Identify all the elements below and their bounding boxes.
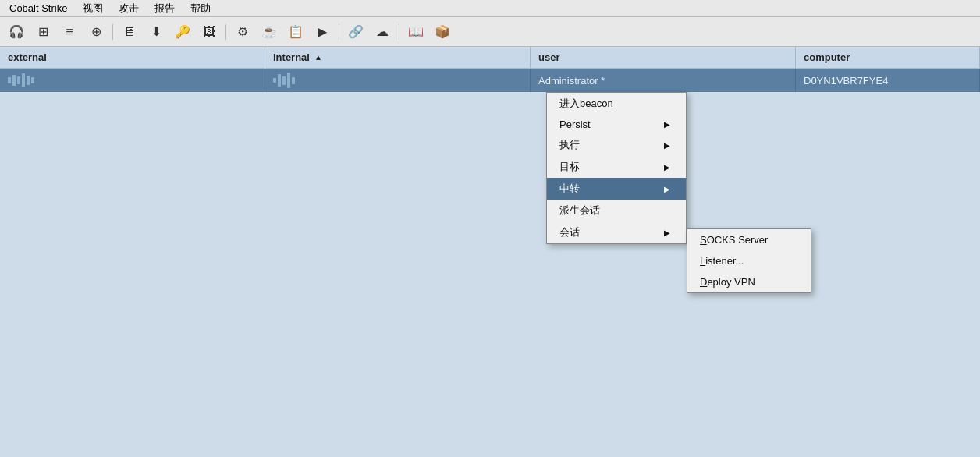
target-label: 目标 (559, 160, 580, 174)
menu-item-persist[interactable]: Persist ▶ (547, 115, 686, 134)
menu-item-listener[interactable]: Listener... (687, 250, 811, 271)
sort-arrow-icon: ▲ (314, 53, 322, 62)
image-icon[interactable]: 🖼 (197, 21, 221, 43)
context-menu: 进入beacon Persist ▶ 执行 ▶ 目标 ▶ 中转 ▶ 派生会话 会… (546, 92, 687, 244)
monitor-icon[interactable]: 🖥 (118, 21, 141, 43)
toolbar: 🎧 ⊞ ≡ ⊕ 🖥 ⬇ 🔑 🖼 ⚙ ☕ 📋 ▶ 🔗 ☁ 📖 📦 (0, 17, 980, 47)
wave-bar-6 (31, 77, 34, 83)
wave-bar-5 (27, 76, 30, 85)
link-icon[interactable]: 🔗 (344, 21, 368, 43)
menubar: Cobalt Strike 视图 攻击 报告 帮助 (0, 0, 980, 17)
session-arrow-icon: ▶ (664, 228, 670, 237)
cell-external (0, 69, 265, 92)
toolbar-separator-2 (225, 24, 226, 40)
wave-bar-2 (12, 75, 16, 86)
menu-item-enter-beacon[interactable]: 进入beacon (547, 93, 686, 115)
coffee-icon[interactable]: ☕ (257, 21, 281, 43)
target-arrow-icon: ▶ (664, 163, 670, 172)
wave-bar2-2 (278, 74, 281, 87)
headphones-icon[interactable]: 🎧 (5, 21, 28, 43)
persist-arrow-icon: ▶ (664, 120, 670, 129)
menu-view[interactable]: 视图 (80, 2, 106, 16)
col-header-computer[interactable]: computer (796, 47, 980, 68)
menu-item-session[interactable]: 会话 ▶ (547, 221, 686, 243)
list-icon[interactable]: ≡ (58, 21, 81, 43)
cell-internal (265, 69, 531, 92)
wave-bar2-4 (287, 73, 290, 88)
key-icon[interactable]: 🔑 (171, 21, 194, 43)
menu-item-execute[interactable]: 执行 ▶ (547, 134, 686, 156)
download-icon[interactable]: ⬇ (144, 21, 168, 43)
book-icon[interactable]: 📖 (404, 21, 428, 43)
col-computer-label: computer (804, 51, 850, 63)
gear-icon[interactable]: ⚙ (231, 21, 254, 43)
wave-bar-1 (8, 77, 11, 83)
spawn-session-label: 派生会话 (559, 204, 600, 218)
crosshair-icon[interactable]: ⊕ (84, 21, 108, 43)
col-internal-label: internal (273, 51, 310, 63)
wave-visualization-2 (273, 73, 295, 88)
box-icon[interactable]: 📦 (431, 21, 454, 43)
table-row[interactable]: Administrator * D0YN1VBR7FYE4 (0, 69, 980, 92)
col-header-internal[interactable]: internal ▲ (265, 47, 531, 68)
col-header-external[interactable]: external (0, 47, 265, 68)
cell-user: Administrator * (531, 69, 796, 92)
table-header: external internal ▲ user computer (0, 47, 980, 69)
menu-item-target[interactable]: 目标 ▶ (547, 156, 686, 178)
menu-cobalt-strike[interactable]: Cobalt Strike (6, 2, 70, 14)
menu-item-pivot[interactable]: 中转 ▶ (547, 178, 686, 200)
wave-visualization (8, 73, 34, 87)
user-value: Administrator * (538, 75, 605, 87)
session-label: 会话 (559, 225, 580, 239)
menu-item-socks-server[interactable]: SOCKS Server (687, 229, 811, 250)
menu-item-spawn-session[interactable]: 派生会话 (547, 200, 686, 221)
col-header-user[interactable]: user (531, 47, 796, 68)
pivot-arrow-icon: ▶ (664, 185, 670, 193)
wave-bar2-1 (273, 78, 276, 83)
toolbar-separator-4 (399, 24, 399, 40)
menu-attack[interactable]: 攻击 (115, 2, 142, 16)
col-user-label: user (538, 51, 559, 63)
terminal-icon[interactable]: ▶ (311, 21, 334, 43)
wave-bar2-5 (292, 77, 295, 84)
enter-beacon-label: 进入beacon (559, 97, 613, 111)
listener-label: Listener... (700, 255, 744, 267)
menu-report[interactable]: 报告 (151, 2, 178, 16)
col-external-label: external (8, 51, 47, 63)
clipboard-icon[interactable]: 📋 (284, 21, 307, 43)
toolbar-separator-1 (112, 24, 113, 40)
execute-arrow-icon: ▶ (664, 141, 670, 150)
wave-bar-3 (17, 76, 20, 84)
wave-bar-4 (22, 73, 25, 87)
menu-help[interactable]: 帮助 (187, 2, 214, 16)
computer-value: D0YN1VBR7FYE4 (804, 75, 888, 87)
deploy-vpn-label: Deploy VPN (700, 276, 755, 288)
socks-server-label: SOCKS Server (700, 234, 768, 246)
execute-label: 执行 (559, 138, 580, 152)
cell-computer: D0YN1VBR7FYE4 (796, 69, 980, 92)
menu-item-deploy-vpn[interactable]: Deploy VPN (687, 271, 811, 292)
grid-icon[interactable]: ⊞ (31, 21, 55, 43)
pivot-label: 中转 (559, 182, 580, 196)
persist-label: Persist (559, 119, 591, 130)
toolbar-separator-3 (339, 24, 339, 40)
content-area: 进入beacon Persist ▶ 执行 ▶ 目标 ▶ 中转 ▶ 派生会话 会… (0, 92, 980, 457)
submenu-pivot: SOCKS Server Listener... Deploy VPN (687, 228, 811, 293)
cloud-icon[interactable]: ☁ (371, 21, 394, 43)
wave-bar2-3 (282, 76, 286, 85)
